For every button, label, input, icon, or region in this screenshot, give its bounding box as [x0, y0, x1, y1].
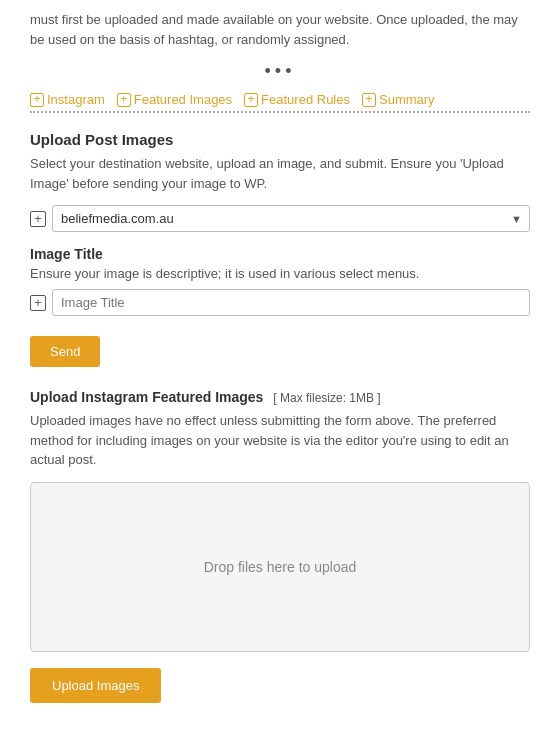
tab-featured-images-label: Featured Images: [134, 92, 232, 107]
tab-instagram-label: Instagram: [47, 92, 105, 107]
drop-zone-text: Drop files here to upload: [204, 559, 357, 575]
tab-featured-images[interactable]: + Featured Images: [117, 92, 232, 107]
tab-plus-icon: +: [30, 93, 44, 107]
tab-plus-icon: +: [362, 93, 376, 107]
image-title-label: Image Title: [30, 246, 530, 262]
tab-plus-icon: +: [244, 93, 258, 107]
title-expand-icon: +: [30, 295, 46, 311]
image-title-input[interactable]: [52, 289, 530, 316]
upload-instagram-desc: Uploaded images have no effect unless su…: [30, 411, 530, 470]
tab-instagram[interactable]: + Instagram: [30, 92, 105, 107]
image-title-row: +: [30, 289, 530, 316]
tab-summary[interactable]: + Summary: [362, 92, 435, 107]
image-title-hint: Ensure your image is descriptive; it is …: [30, 266, 530, 281]
tab-plus-icon: +: [117, 93, 131, 107]
section-divider: [30, 111, 530, 113]
website-select[interactable]: beliefmedia.com.au: [52, 205, 530, 232]
tab-featured-rules-label: Featured Rules: [261, 92, 350, 107]
website-field-row: + beliefmedia.com.au ▼: [30, 205, 530, 232]
upload-instagram-title: Upload Instagram Featured Images [ Max f…: [30, 389, 530, 405]
tabs-row: + Instagram + Featured Images + Featured…: [30, 92, 530, 107]
upload-instagram-section: Upload Instagram Featured Images [ Max f…: [30, 389, 530, 703]
dots-separator: •••: [30, 61, 530, 82]
intro-text: must first be uploaded and made availabl…: [30, 10, 530, 49]
drop-zone[interactable]: Drop files here to upload: [30, 482, 530, 652]
upload-post-desc: Select your destination website, upload …: [30, 154, 530, 193]
tab-featured-rules[interactable]: + Featured Rules: [244, 92, 350, 107]
upload-post-title: Upload Post Images: [30, 131, 530, 148]
filesize-badge: [ Max filesize: 1MB ]: [273, 391, 380, 405]
tab-summary-label: Summary: [379, 92, 435, 107]
website-select-wrapper: beliefmedia.com.au ▼: [52, 205, 530, 232]
upload-images-button[interactable]: Upload Images: [30, 668, 161, 703]
send-button[interactable]: Send: [30, 336, 100, 367]
website-expand-icon: +: [30, 211, 46, 227]
